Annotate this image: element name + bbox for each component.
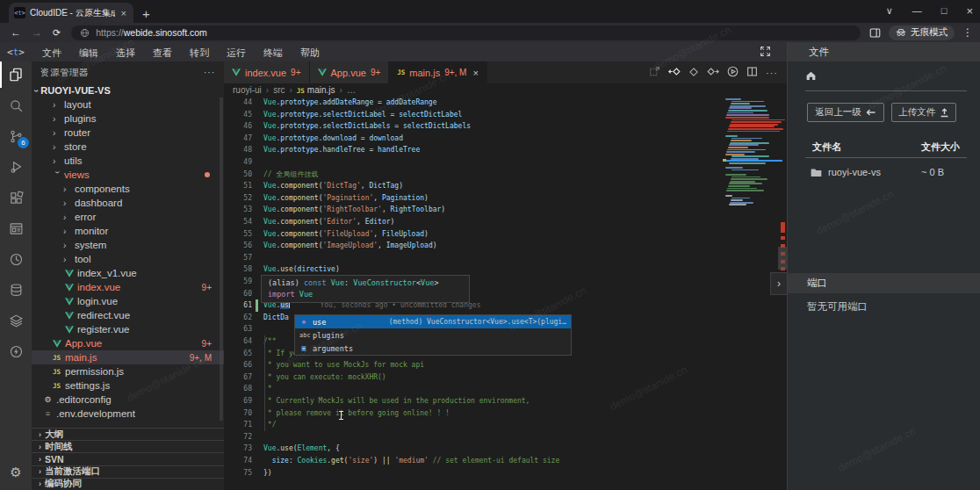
report-panel-icon[interactable]: [0, 219, 32, 238]
back-parent-button[interactable]: 返回上一级: [807, 103, 884, 122]
section-当前激活端口[interactable]: ›当前激活端口: [32, 465, 224, 478]
tree-item-index_v1.vue[interactable]: index_v1.vue: [32, 266, 224, 280]
breadcrumb-item[interactable]: …: [347, 85, 356, 95]
tree-item-App.vue[interactable]: App.vue9+: [32, 336, 224, 350]
tab-close-icon[interactable]: ×: [472, 68, 478, 78]
tree-item-tool[interactable]: ›tool: [32, 252, 224, 266]
explorer-more-actions-icon[interactable]: ···: [204, 68, 215, 77]
menu-终端[interactable]: 终端: [255, 47, 292, 58]
line-number: 50: [224, 169, 252, 181]
section-大纲[interactable]: ›大纲: [32, 428, 224, 440]
url-bar[interactable]: https:// webide.sinosoft.com: [71, 25, 861, 40]
menu-查看[interactable]: 查看: [144, 47, 181, 58]
breadcrumb-item[interactable]: JSmain.js: [297, 85, 335, 95]
tree-item-views[interactable]: ›views: [32, 168, 224, 182]
close-icon[interactable]: ×: [966, 4, 973, 18]
search-icon[interactable]: [0, 96, 32, 115]
section-编码协同[interactable]: ›编码协同: [32, 478, 224, 490]
fullscreen-icon[interactable]: [760, 45, 771, 61]
tree-item-dashboard[interactable]: ›dashboard: [32, 196, 224, 210]
editor-scrollbar[interactable]: [778, 247, 787, 270]
run-debug-icon[interactable]: [0, 157, 32, 177]
menu-运行[interactable]: 运行: [218, 47, 255, 58]
previous-change-icon[interactable]: [668, 65, 681, 81]
menu-帮助[interactable]: 帮助: [292, 47, 328, 58]
forward-icon[interactable]: →: [32, 26, 42, 39]
section-时间线[interactable]: ›时间线: [32, 440, 224, 452]
database-icon[interactable]: [0, 280, 32, 299]
tree-item-layout[interactable]: ›layout: [32, 97, 224, 112]
tree-item-login.vue[interactable]: login.vue: [32, 294, 224, 308]
tree-item-settings.js[interactable]: JSsettings.js: [32, 378, 224, 393]
tree-item-store[interactable]: ›store: [32, 140, 224, 154]
layers-icon[interactable]: [0, 311, 32, 330]
home-icon[interactable]: [805, 68, 817, 84]
file-row[interactable]: ruoyi-vue-vs: [811, 167, 881, 177]
incognito-badge[interactable]: 无痕模式: [889, 25, 955, 40]
back-icon[interactable]: ←: [11, 26, 21, 39]
editor-tab-App.vue[interactable]: App.vue9+: [310, 61, 390, 83]
split-editor-icon[interactable]: [746, 65, 758, 81]
browser-tab[interactable]: <t> CloudIDE - 云原生集成开发环境 ×: [9, 3, 133, 23]
tree-item-main.js[interactable]: JSmain.js9+, M: [32, 350, 224, 364]
tree-item-utils[interactable]: ›utils: [32, 154, 224, 168]
more-actions-icon[interactable]: ···: [766, 68, 778, 78]
reload-icon[interactable]: ⟳: [53, 27, 61, 39]
explorer-sidebar: 资源管理器 ··· › RUOYI-VUE-VS ›layout›plugins…: [32, 61, 224, 490]
tree-root[interactable]: › RUOYI-VUE-VS: [32, 83, 224, 97]
history-icon[interactable]: [0, 249, 32, 269]
suggestion-use[interactable]: ◈use(method) VueConstructor<Vue>.use<T>(…: [295, 315, 571, 328]
next-change-icon[interactable]: [707, 65, 719, 81]
kebab-menu-icon[interactable]: ⋮: [962, 26, 973, 39]
bolt-icon[interactable]: [0, 342, 32, 361]
compare-changes-icon[interactable]: [649, 65, 660, 81]
tab-close-icon[interactable]: ×: [119, 8, 128, 18]
tree-item-router[interactable]: ›router: [32, 126, 224, 140]
editor-tab-index.vue[interactable]: index.vue9+: [224, 61, 310, 83]
sidebar-scrollbar[interactable]: [220, 97, 223, 421]
run-file-icon[interactable]: [727, 65, 739, 81]
tree-item-permission.js[interactable]: JSpermission.js: [32, 364, 224, 378]
line-number: 69: [224, 395, 252, 407]
breadcrumb-item[interactable]: ruoyi-ui: [233, 85, 262, 95]
editor-tab-main.js[interactable]: JSmain.js9+, M×: [389, 61, 487, 83]
menu-选择[interactable]: 选择: [107, 47, 144, 58]
tree-item-error[interactable]: ›error: [32, 210, 224, 224]
suggestion-plugins[interactable]: abcplugins: [295, 328, 571, 342]
settings-gear-icon[interactable]: ⚙: [0, 465, 32, 480]
section-SVN[interactable]: ›SVN: [32, 452, 224, 465]
upload-file-button[interactable]: 上传文件: [891, 103, 956, 122]
line-number: 75: [224, 467, 252, 479]
tree-item-monitor[interactable]: ›monitor: [32, 224, 224, 238]
chevron-down-icon: ›: [53, 170, 62, 179]
explorer-icon[interactable]: [0, 65, 32, 84]
maximize-icon[interactable]: □: [941, 5, 948, 16]
chevron-right-icon: ›: [39, 479, 41, 488]
tree-item-index.vue[interactable]: index.vue9+: [32, 280, 224, 294]
divider: [805, 157, 967, 158]
panel-expand-icon[interactable]: ›: [770, 272, 788, 295]
line-number: 46: [224, 120, 252, 133]
chevron-down-icon[interactable]: ∨: [886, 5, 893, 17]
new-tab-icon[interactable]: +: [142, 5, 150, 23]
tree-item-system[interactable]: ›system: [32, 238, 224, 252]
suggestion-arguments[interactable]: ▣arguments: [295, 342, 571, 355]
menu-编辑[interactable]: 编辑: [70, 47, 107, 58]
source-control-icon[interactable]: 6: [0, 126, 32, 146]
tree-item-.env.development[interactable]: ≡.env.development: [32, 407, 224, 421]
breadcrumb[interactable]: ruoyi-ui›src›JSmain.js›…: [224, 83, 787, 97]
change-diamond-icon[interactable]: [688, 65, 699, 81]
ports-header[interactable]: 端口: [788, 273, 980, 293]
tree-item-.editorconfig[interactable]: ⚙.editorconfig: [32, 393, 224, 407]
breadcrumb-item[interactable]: src: [273, 85, 285, 95]
sidebar-icon[interactable]: [869, 27, 881, 39]
menu-转到[interactable]: 转到: [181, 47, 218, 58]
tree-item-plugins[interactable]: ›plugins: [32, 112, 224, 126]
tree-item-redirect.vue[interactable]: redirect.vue: [32, 308, 224, 322]
line-number: 73: [224, 443, 252, 455]
tree-item-register.vue[interactable]: register.vue: [32, 322, 224, 336]
tree-item-components[interactable]: ›components: [32, 182, 224, 196]
menu-文件[interactable]: 文件: [33, 47, 70, 58]
extensions-icon[interactable]: [0, 188, 32, 207]
minimize-icon[interactable]: —: [912, 5, 922, 16]
